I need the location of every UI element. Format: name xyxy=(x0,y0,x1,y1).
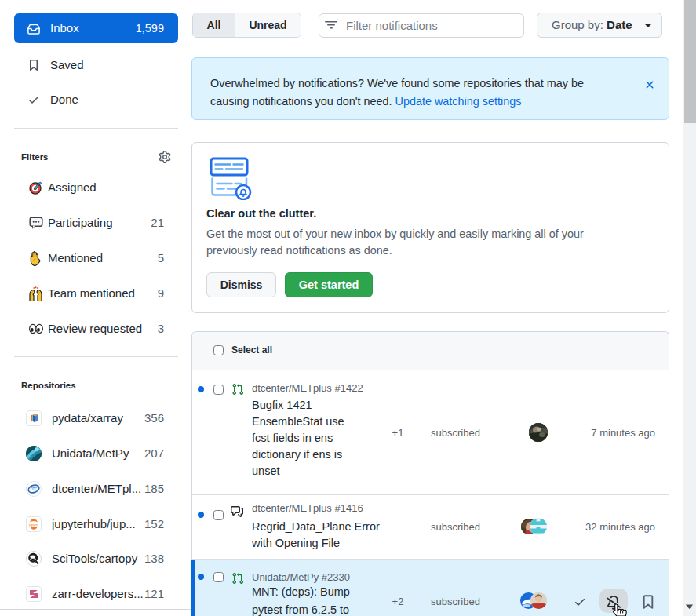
svg-text:DTC: DTC xyxy=(30,487,38,491)
svg-text:jupyter: jupyter xyxy=(28,523,39,527)
